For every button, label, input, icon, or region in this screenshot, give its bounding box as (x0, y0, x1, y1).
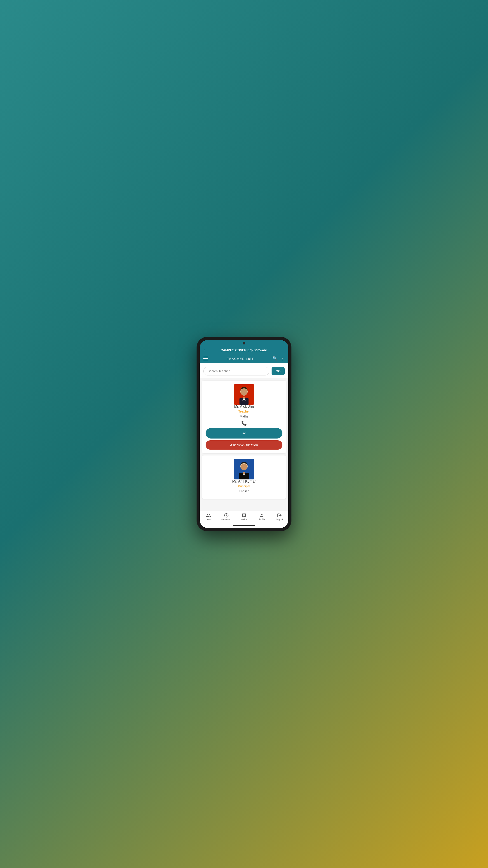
svg-rect-14 (243, 472, 245, 474)
nav-users[interactable]: Users (200, 513, 217, 521)
reply-button[interactable]: ↩ (205, 428, 283, 438)
teacher-card-1: Mr. Alok Jha Teacher Maths 📞 ↩ Ask New Q… (202, 381, 286, 453)
teacher-1-subject: Maths (240, 414, 248, 418)
search-row: GO (200, 363, 288, 378)
teacher-2-photo (234, 459, 254, 479)
nav-notice-label: Notice (241, 518, 247, 521)
nav-profile[interactable]: Profile (253, 513, 270, 521)
hamburger-menu[interactable] (203, 357, 208, 360)
teacher-1-phone-icon[interactable]: 📞 (241, 421, 247, 426)
search-input[interactable] (203, 367, 269, 375)
homework-icon (224, 513, 229, 518)
nav-bar: TEACHER LIST 🔍 ⋮ (200, 354, 288, 363)
phone-screen: ← CAMPUS COVER Erp Software TEACHER LIST… (200, 340, 288, 528)
search-icon[interactable]: 🔍 (272, 356, 278, 361)
svg-point-10 (241, 464, 247, 470)
teacher-2-subject: English (239, 489, 249, 493)
home-indicator (200, 524, 288, 528)
app-title-bar: ← CAMPUS COVER Erp Software (200, 345, 288, 354)
more-options-icon[interactable]: ⋮ (281, 356, 285, 361)
notice-icon (241, 513, 247, 518)
camera-notch (242, 342, 246, 344)
teacher-1-role: Teacher (238, 410, 250, 413)
nav-profile-label: Profile (258, 518, 265, 521)
screen-title: TEACHER LIST (227, 357, 254, 361)
svg-point-3 (241, 389, 247, 396)
users-icon (206, 513, 211, 518)
app-title: CAMPUS COVER Erp Software (221, 348, 267, 352)
teacher-card-2: Mr. Anil Kumar Principal English (202, 456, 286, 499)
home-bar (233, 525, 255, 526)
nav-notice[interactable]: Notice (235, 513, 253, 521)
nav-users-label: Users (205, 518, 212, 521)
nav-homework[interactable]: Homework (217, 513, 235, 521)
go-button[interactable]: GO (271, 367, 285, 375)
profile-icon (259, 513, 264, 518)
reply-icon: ↩ (242, 431, 246, 436)
svg-rect-7 (243, 397, 245, 399)
ask-question-button[interactable]: Ask New Question (205, 440, 283, 450)
nav-logout-label: Logout (276, 518, 283, 521)
nav-logout[interactable]: Logout (271, 513, 288, 521)
nav-icons: 🔍 ⋮ (272, 356, 285, 361)
logout-icon (277, 513, 282, 518)
teacher-2-role: Principal (238, 485, 250, 488)
teacher-1-name: Mr. Alok Jha (234, 405, 254, 409)
bottom-navigation: Users Homework Notice Profile (200, 511, 288, 524)
nav-homework-label: Homework (221, 518, 232, 521)
content-area: GO (200, 363, 288, 511)
teacher-1-photo (234, 384, 254, 405)
back-button[interactable]: ← (203, 348, 207, 352)
phone-device: ← CAMPUS COVER Erp Software TEACHER LIST… (197, 337, 291, 531)
teacher-2-name: Mr. Anil Kumar (232, 479, 256, 484)
